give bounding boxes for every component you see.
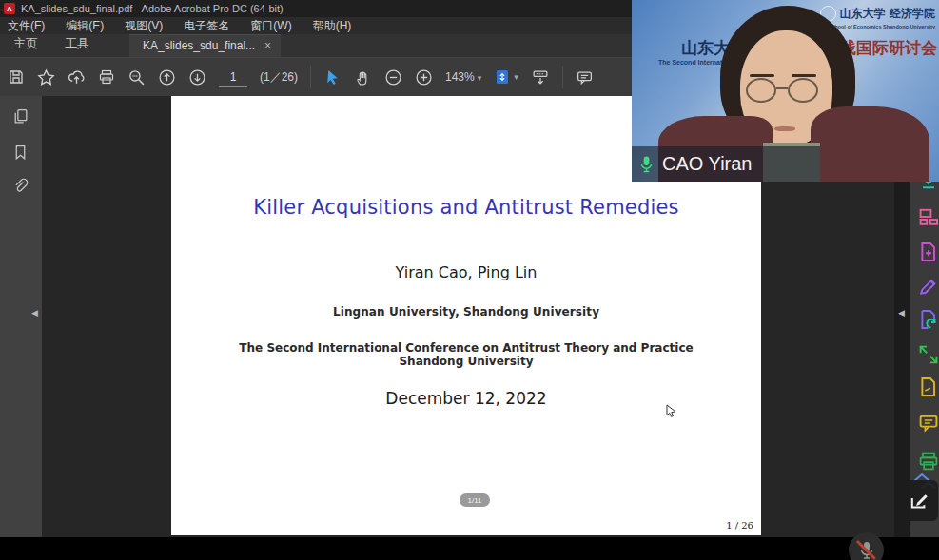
print-production-icon[interactable] <box>917 450 939 473</box>
zoom-out-icon[interactable] <box>384 68 402 87</box>
annotate-button[interactable] <box>900 480 938 521</box>
participant-video[interactable]: 山东大学第二 与实践国际研讨会 The Second International… <box>632 0 939 182</box>
menu-edit[interactable]: 编辑(E) <box>66 18 104 34</box>
slide-frame-number: 1 / 26 <box>726 520 753 531</box>
participant-eyebrow <box>750 74 774 77</box>
glasses-lens <box>746 78 776 103</box>
search-icon[interactable] <box>127 68 146 87</box>
scrolling-mode-icon[interactable] <box>531 68 550 87</box>
share-cloud-icon[interactable] <box>68 68 86 87</box>
page-thumbnails-icon[interactable] <box>11 107 29 126</box>
tab-tools[interactable]: 工具 <box>51 32 103 57</box>
participant-eyebrow <box>792 74 816 77</box>
next-page-icon[interactable] <box>188 68 206 87</box>
expand-right-panel-arrow[interactable]: ◀ <box>898 308 905 318</box>
fit-page-icon[interactable]: ▾ <box>494 68 518 86</box>
chevron-down-icon: ▾ <box>514 72 518 82</box>
comment-tool-icon[interactable] <box>917 412 939 434</box>
select-tool-icon[interactable] <box>323 68 342 87</box>
glasses-lens <box>788 78 818 103</box>
slide-title: Killer Acquisitions and Antitrust Remedi… <box>171 196 761 219</box>
print-icon[interactable] <box>98 68 115 86</box>
collapse-left-panel-arrow[interactable]: ◀ <box>31 308 38 318</box>
save-icon[interactable] <box>8 68 25 86</box>
slide-affiliation: Lingnan University, Shandong University <box>171 305 761 319</box>
menu-file[interactable]: 文件(F) <box>8 18 45 34</box>
request-signatures-icon[interactable] <box>917 376 939 398</box>
menu-window[interactable]: 窗口(W) <box>250 18 291 34</box>
create-pdf-icon[interactable] <box>917 241 939 263</box>
bookmarks-icon[interactable] <box>11 144 29 162</box>
zoom-level-dropdown[interactable]: 143%▾ <box>445 70 481 84</box>
menu-help[interactable]: 帮助(H) <box>313 18 352 34</box>
organize-pages-icon[interactable] <box>917 205 939 228</box>
university-logo-subtext: School of Economics Shandong University <box>829 24 935 29</box>
page-count-label: (1／26) <box>260 69 298 86</box>
toolbar-separator <box>562 66 563 88</box>
mouse-cursor-icon <box>666 404 678 419</box>
mic-muted-button[interactable] <box>849 532 884 560</box>
zoom-level-value: 143% <box>445 70 475 84</box>
tab-home[interactable]: 主页 <box>0 32 51 57</box>
star-favorites-icon[interactable] <box>37 68 55 87</box>
participant-name: CAO Yiran <box>662 153 752 175</box>
close-icon[interactable]: × <box>264 40 271 51</box>
participant-shoulder <box>811 106 929 182</box>
participant-mouth <box>774 126 795 131</box>
combine-files-icon[interactable] <box>917 343 939 366</box>
export-pdf-icon[interactable] <box>917 308 939 331</box>
slide-progress-pill: 1/11 <box>460 493 490 507</box>
university-logo-text: 山东大学 经济学院 <box>840 6 935 22</box>
chevron-down-icon: ▾ <box>478 73 482 83</box>
menu-esign[interactable]: 电子签名 <box>184 18 229 34</box>
tab-document[interactable]: KA_slides_sdu_final... × <box>129 34 281 57</box>
toolbar-separator <box>310 66 311 88</box>
zoom-in-icon[interactable] <box>415 68 433 87</box>
mic-on-icon <box>638 154 655 175</box>
slide-conference-line2: Shandong University <box>171 355 761 368</box>
window-title: KA_slides_sdu_final.pdf - Adobe Acrobat … <box>21 3 284 14</box>
hand-tool-icon[interactable] <box>354 68 372 87</box>
screen: A KA_slides_sdu_final.pdf - Adobe Acroba… <box>0 0 939 560</box>
previous-page-icon[interactable] <box>158 68 176 87</box>
menu-view[interactable]: 视图(V) <box>125 18 163 34</box>
edit-pdf-icon[interactable] <box>917 276 939 299</box>
bottom-bar <box>0 537 939 560</box>
glasses-bridge <box>776 87 788 89</box>
slide-conference-line1: The Second International Conference on A… <box>171 341 761 355</box>
tab-document-label: KA_slides_sdu_final... <box>143 39 255 52</box>
slide-authors: Yiran Cao, Ping Lin <box>171 263 761 281</box>
acrobat-app-icon: A <box>4 3 15 14</box>
comment-icon[interactable] <box>576 68 594 87</box>
university-logo: 山东大学 经济学院 <box>820 6 935 22</box>
attachments-icon[interactable] <box>11 178 29 196</box>
page-number-input[interactable] <box>219 68 247 87</box>
participant-name-bar: CAO Yiran <box>632 146 820 182</box>
